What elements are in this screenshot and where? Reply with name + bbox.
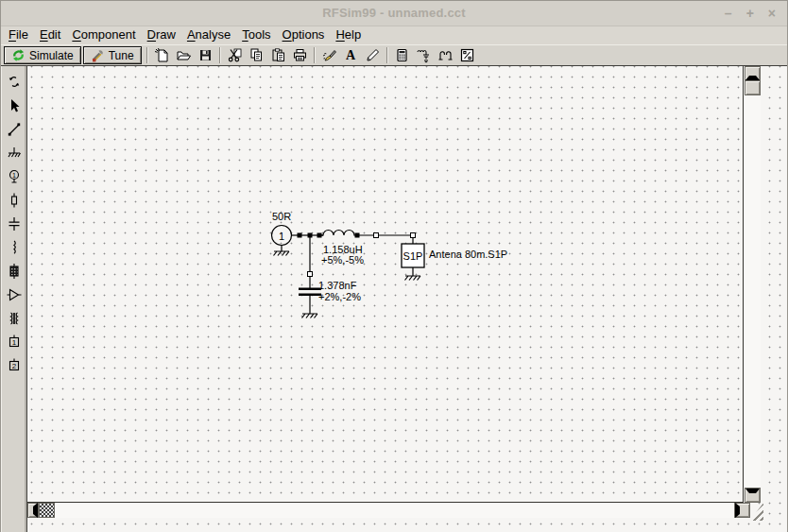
paste-button[interactable] [267, 45, 289, 65]
tune-button[interactable]: Tune [83, 46, 142, 64]
save-floppy-icon [197, 47, 214, 63]
port2-icon: 2 [6, 357, 23, 374]
scroll-right-button[interactable] [734, 503, 750, 518]
rotate-tool-button[interactable] [3, 70, 26, 94]
pointer-icon [6, 97, 23, 114]
cut-button[interactable] [224, 45, 246, 65]
port1-tool-button[interactable]: 1 [3, 330, 26, 353]
inductor-tool-button[interactable] [3, 235, 26, 259]
sparam-tool-button[interactable] [456, 45, 478, 65]
window-title: RFSim99 - unnamed.cct [1, 6, 787, 20]
vertical-scroll-thumb[interactable] [745, 80, 761, 95]
toolbar-separator [314, 47, 316, 63]
port1-icon: 1 [6, 334, 23, 351]
toolbar-separator [146, 47, 148, 63]
horizontal-scrollbar[interactable] [27, 503, 750, 518]
printer-icon [292, 47, 308, 63]
menu-file[interactable]: File [3, 27, 34, 43]
capacitor-tool-button[interactable] [3, 212, 26, 235]
source-value-label: 50R [272, 211, 291, 222]
svg-text:1: 1 [11, 337, 16, 346]
transformer-icon [6, 310, 23, 327]
source-port-number: 1 [279, 231, 284, 242]
sparam-box-label: S1P [403, 250, 423, 262]
toolbar-separator [219, 47, 221, 63]
vertical-scrollbar[interactable] [745, 66, 761, 503]
calculator-icon [394, 47, 410, 63]
source-component[interactable]: 50R 1 [272, 211, 300, 256]
ground-icon [6, 145, 23, 162]
menu-component[interactable]: Component [66, 27, 141, 43]
sparameter-icon [6, 263, 23, 280]
erase-button[interactable] [318, 45, 340, 65]
pencil-icon [365, 47, 381, 63]
match-network-button[interactable] [413, 45, 435, 65]
menu-draw[interactable]: Draw [142, 27, 181, 43]
wire-icon [6, 121, 23, 138]
capacitor-tolerance-label: +2%,-2% [318, 291, 361, 302]
horizontal-scroll-thumb[interactable] [39, 503, 55, 518]
menu-edit[interactable]: Edit [34, 27, 66, 43]
arrow-right-icon [735, 503, 749, 518]
print-button[interactable] [289, 45, 311, 65]
menu-help[interactable]: Help [330, 27, 367, 43]
tune-label: Tune [109, 49, 134, 62]
wire-tool-button[interactable] [3, 117, 26, 141]
source-icon: 1 [6, 168, 23, 185]
coupler-button[interactable] [435, 45, 456, 65]
toolbar-separator [386, 47, 388, 63]
menu-analyse[interactable]: Analyse [181, 27, 236, 43]
open-file-button[interactable] [173, 45, 195, 65]
scroll-up-button[interactable] [745, 66, 761, 80]
menu-tools[interactable]: Tools [236, 27, 276, 43]
close-button[interactable]: × [768, 5, 776, 22]
copy-button[interactable] [246, 45, 267, 65]
eraser-icon [321, 47, 337, 63]
inductor-component[interactable]: 1.158uH +5%,-5% [319, 231, 364, 266]
port2-tool-button[interactable]: 2 [3, 353, 26, 377]
menubar: File Edit Component Draw Analyse Tools O… [1, 26, 787, 44]
transformer-tool-button[interactable] [3, 306, 26, 330]
sparam-component[interactable]: S1P Antena 80m.S1P [402, 237, 507, 281]
sparameter-tool-button[interactable] [3, 259, 26, 283]
titlebar[interactable]: RFSim99 - unnamed.cct – + × [1, 1, 787, 26]
scroll-left-button[interactable] [27, 503, 39, 518]
draw-line-button[interactable] [362, 45, 384, 65]
ground-tool-button[interactable] [3, 141, 26, 164]
open-folder-icon [176, 47, 192, 63]
text-tool-button[interactable]: A [340, 45, 362, 65]
capacitor-value-label: 1.378nF [318, 280, 357, 291]
paste-icon [270, 47, 286, 63]
inductor-tolerance-label: +5%,-5% [321, 254, 364, 266]
circuit-schematic: 50R 1 1.158uH [1, 66, 788, 532]
amplifier-icon [6, 286, 23, 303]
save-button[interactable] [195, 45, 216, 65]
capacitor-component[interactable]: 1.378nF +2%,-2% [299, 276, 361, 318]
tune-icon [91, 48, 105, 62]
maximize-button[interactable]: + [746, 5, 754, 22]
source-tool-button[interactable]: 1 [3, 164, 26, 188]
sparam-file-label: Antena 80m.S1P [429, 249, 507, 260]
calculator-button[interactable] [391, 45, 413, 65]
resistor-tool-button[interactable] [3, 188, 26, 212]
select-tool-button[interactable] [3, 94, 26, 117]
arrow-left-icon [28, 503, 38, 518]
scroll-down-button[interactable] [745, 488, 761, 503]
resistor-icon [6, 192, 23, 209]
arrow-down-icon [745, 489, 760, 504]
match-network-icon [416, 47, 432, 63]
rotate-icon [6, 74, 23, 91]
app-window: RFSim99 - unnamed.cct – + × File Edit Co… [0, 0, 788, 532]
new-file-button[interactable] [151, 45, 173, 65]
menu-options[interactable]: Options [277, 27, 331, 43]
component-toolbar: 1 [1, 66, 27, 532]
inductor-icon [6, 239, 23, 256]
capacitor-icon [6, 215, 23, 232]
minimize-button[interactable]: – [725, 5, 732, 22]
simulate-button[interactable]: Simulate [4, 46, 81, 64]
text-tool-icon: A [346, 48, 355, 63]
scissors-icon [227, 47, 243, 63]
copy-icon [248, 47, 265, 63]
schematic-canvas[interactable]: 50R 1 1.158uH [1, 66, 787, 532]
amplifier-tool-button[interactable] [3, 283, 26, 306]
